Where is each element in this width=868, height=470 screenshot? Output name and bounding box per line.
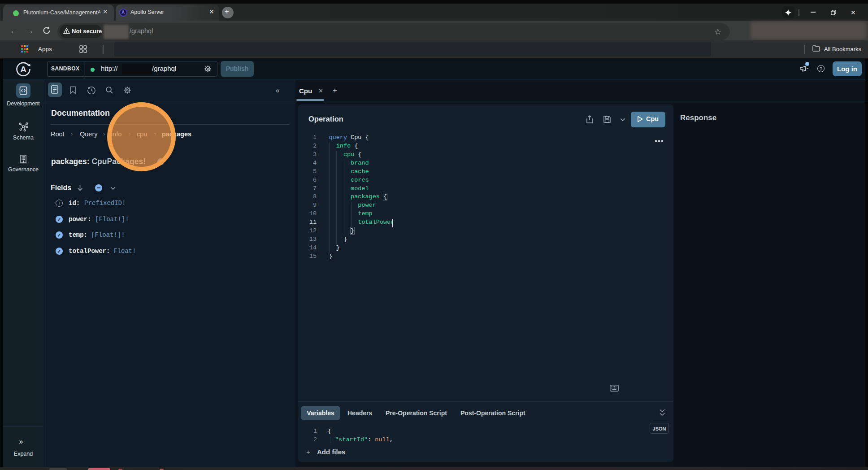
svg-text:A: A bbox=[20, 65, 26, 74]
